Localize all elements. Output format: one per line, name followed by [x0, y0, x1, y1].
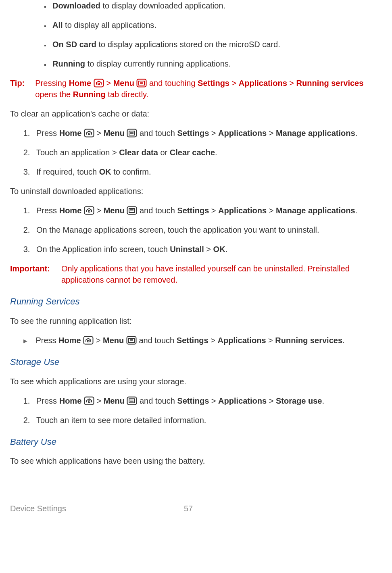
uninstall-steps: Press Home > Menu and touch Settings > A… — [10, 205, 382, 255]
tip-block: Tip: Pressing Home > Menu and touching S… — [10, 77, 382, 100]
nav-item: Manage applications — [276, 206, 355, 215]
storage-steps: Press Home > Menu and touch Settings > A… — [10, 395, 382, 426]
option-label: Running — [52, 59, 85, 68]
text: Touch an application > — [36, 148, 119, 157]
separator: > — [267, 129, 276, 138]
home-icon — [84, 129, 94, 138]
nav-item: Settings — [177, 206, 209, 215]
important-text: Only applications that you have installe… — [61, 263, 382, 285]
nav-item: Applications — [218, 396, 267, 405]
home-icon — [83, 336, 94, 345]
text: to confirm. — [111, 167, 151, 176]
text: or — [158, 148, 170, 157]
important-label: Important: — [10, 263, 50, 285]
text: . — [215, 148, 217, 157]
tip-label: Tip: — [10, 77, 25, 100]
home-icon — [84, 396, 94, 405]
tab-name: Running — [73, 90, 106, 99]
footer-page-number: 57 — [184, 503, 208, 514]
text: Press — [36, 206, 59, 215]
text: . — [225, 245, 228, 254]
section-intro: To clear an application's cache or data: — [10, 108, 382, 119]
text: and touch — [140, 396, 177, 405]
text: Pressing — [35, 79, 69, 88]
action: OK — [99, 167, 111, 176]
separator: > — [96, 396, 103, 405]
text: Press — [36, 396, 59, 405]
section-intro: To see the running application list: — [10, 315, 382, 327]
separator: > — [267, 206, 276, 215]
list-item: All to display all applications. — [50, 19, 382, 31]
nav-item: Settings — [177, 129, 209, 138]
separator: > — [96, 129, 103, 138]
subheading-storage-use: Storage Use — [10, 356, 382, 369]
option-desc: to display downloaded application. — [100, 1, 225, 10]
text: . — [322, 396, 324, 405]
list-item: Touch an item to see more detailed infor… — [32, 415, 382, 426]
page-footer: Device Settings 57 — [10, 503, 382, 514]
list-item: If required, touch OK to confirm. — [32, 166, 382, 177]
option-desc: to display currently running application… — [85, 59, 231, 68]
text: and touch — [140, 206, 177, 215]
menu-key: Menu — [103, 336, 124, 345]
action: Uninstall — [170, 245, 204, 254]
nav-item: Settings — [177, 336, 209, 345]
home-icon — [84, 206, 94, 215]
important-block: Important: Only applications that you ha… — [10, 263, 382, 285]
menu-key: Menu — [113, 79, 134, 88]
nav-item: Manage applications — [276, 129, 355, 138]
home-key: Home — [58, 336, 81, 345]
home-key: Home — [59, 129, 82, 138]
separator: > — [209, 396, 218, 405]
nav-item: Settings — [198, 79, 229, 88]
menu-icon — [127, 396, 137, 405]
text: If required, touch — [36, 167, 99, 176]
separator: > — [267, 396, 276, 405]
text: Press — [35, 336, 58, 345]
option-desc: to display applications stored on the mi… — [96, 40, 280, 49]
nav-item: Running services — [296, 79, 364, 88]
separator: > — [209, 206, 218, 215]
text: tab directly. — [106, 90, 148, 99]
list-item: On the Application info screen, touch Un… — [32, 244, 382, 255]
menu-icon — [127, 206, 137, 215]
display-options-list: Downloaded to display downloaded applica… — [10, 0, 382, 69]
option-label: Downloaded — [52, 1, 100, 10]
separator: > — [96, 206, 103, 215]
text: and touch — [139, 336, 176, 345]
home-key: Home — [59, 206, 82, 215]
list-item: Press Home > Menu and touch Settings > A… — [32, 127, 382, 139]
separator: > — [287, 79, 296, 88]
menu-icon — [127, 129, 137, 138]
text: and touching — [149, 79, 198, 88]
separator: > — [209, 336, 218, 345]
nav-item: Applications — [218, 129, 267, 138]
clear-cache-steps: Press Home > Menu and touch Settings > A… — [10, 127, 382, 177]
home-icon — [94, 79, 104, 88]
home-key: Home — [69, 79, 92, 88]
menu-key: Menu — [104, 396, 125, 405]
text: . — [342, 336, 345, 345]
page-content: Downloaded to display downloaded applica… — [10, 0, 382, 514]
separator: > — [96, 336, 103, 345]
section-intro: To see which applications are using your… — [10, 376, 382, 387]
list-item: Press Home > Menu and touch Settings > A… — [32, 395, 382, 406]
running-services-step: Press Home > Menu and touch Settings > A… — [10, 335, 382, 346]
list-item: Press Home > Menu and touch Settings > A… — [22, 335, 382, 346]
section-intro: To see which applications have been usin… — [10, 455, 382, 467]
menu-icon — [136, 79, 147, 88]
text: Press — [36, 129, 59, 138]
option-label: All — [52, 21, 63, 29]
home-key: Home — [59, 396, 82, 405]
subheading-battery-use: Battery Use — [10, 436, 382, 448]
action: OK — [213, 245, 225, 254]
text: opens the — [35, 90, 73, 99]
nav-item: Storage use — [276, 396, 322, 405]
action: Clear cache — [170, 148, 215, 157]
text: On the Application info screen, touch — [36, 245, 170, 254]
option-desc: to display all applications. — [63, 21, 156, 29]
text: and touch — [140, 129, 177, 138]
option-label: On SD card — [52, 40, 96, 49]
list-item: Touch an application > Clear data or Cle… — [32, 147, 382, 158]
menu-icon — [126, 336, 137, 345]
